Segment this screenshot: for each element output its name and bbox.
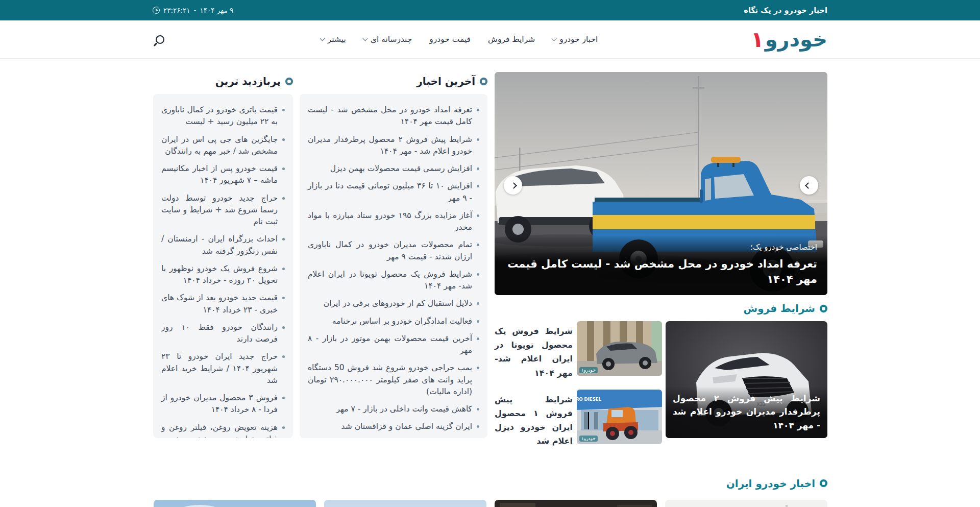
news-text: حراج جدید خودرو توسط دولت رسما شروع شد +…	[161, 192, 278, 228]
nav-item-more[interactable]: بیشتر	[321, 35, 346, 44]
latest-news-title: آخرین اخبار	[416, 75, 475, 87]
ring-bullet-icon	[820, 305, 827, 312]
carousel-next-button[interactable]	[504, 176, 522, 195]
list-item[interactable]: دلایل استقبال کم از خودروهای برقی در ایر…	[308, 298, 479, 309]
topbar: اخبار خودرو در یک نگاه ۹ مهر ۱۴۰۴ - ۲۳:۲…	[0, 0, 980, 20]
bullet-dot-icon	[282, 197, 285, 200]
list-item[interactable]: حراج جدید خودرو توسط دولت رسما شروع شد +…	[161, 192, 285, 228]
bullet-dot-icon	[282, 326, 285, 329]
nav-item-car-prices[interactable]: قیمت خودرو	[429, 35, 471, 44]
search-button[interactable]	[153, 32, 167, 47]
bullet-dot-icon	[282, 268, 285, 270]
list-item[interactable]: قیمت جدید خودرو بعد از شوک های خبری - ۲۳…	[161, 292, 285, 316]
nav-item-car-news[interactable]: اخبار خودرو	[552, 35, 598, 44]
news-text: شرایط پیش فروش ۲ محصول پرطرفدار مدیران خ…	[308, 134, 472, 158]
chevron-down-icon	[320, 36, 325, 41]
nav-item-multimedia[interactable]: چندرسانه ای	[363, 35, 412, 44]
list-item[interactable]: تمام محصولات مدیران خودرو در کمال ناباور…	[308, 239, 479, 263]
iran-news-title: اخبار خودرو ایران	[726, 477, 815, 490]
sales-item[interactable]: IRAN KHODRO DIESEL خودرو۱ شرایط پیش فروش…	[495, 390, 662, 448]
sales-item[interactable]: خودرو۱ شرایط فروش یک محصول تویوتا در ایر…	[495, 321, 662, 380]
bullet-dot-icon	[477, 244, 479, 246]
ring-bullet-icon	[820, 479, 827, 487]
list-item[interactable]: قیمت باتری خودرو در کمال ناباوری به ۲۲ م…	[161, 104, 285, 128]
bullet-dot-icon	[477, 273, 479, 276]
main-content: اختصاصی خودرو یک؛ تعرفه امداد خودرو در م…	[153, 58, 827, 448]
bullet-dot-icon	[282, 167, 285, 170]
news-text: شروع فروش یک خودرو نوظهور با تحویل ۳۰ رو…	[161, 263, 278, 287]
iran-news-cards	[153, 500, 827, 507]
list-item[interactable]: جایگزین های جی پی اس در ایران مشخص شد / …	[161, 134, 285, 158]
carousel-prev-button[interactable]	[800, 176, 818, 195]
list-item[interactable]: آخرین قیمت محصولات بهمن موتور در بازار -…	[308, 333, 479, 357]
sales-item-title: شرایط فروش یک محصول تویوتا در ایران اعلا…	[495, 321, 573, 380]
most-viewed-list: قیمت باتری خودرو در کمال ناباوری به ۲۲ م…	[161, 104, 285, 438]
hero-title: تعرفه امداد خودرو در محل مشخص شد - لیست …	[505, 257, 817, 287]
news-text: رانندگان خودرو فقط ۱۰ روز فرصت دارند	[161, 322, 278, 346]
list-item[interactable]: آغاز مزایده بزرگ ۱۹۵ خودرو ستاد مبارزه ب…	[308, 210, 479, 234]
news-text: کاهش قیمت وانت داخلی در بازار - ۷ مهر	[336, 403, 472, 415]
bullet-dot-icon	[477, 167, 479, 170]
bullet-dot-icon	[477, 425, 479, 428]
logo[interactable]: خودرو ۱	[751, 27, 827, 52]
chevron-right-icon	[805, 182, 812, 189]
list-item[interactable]: هزینه تعویض روغن، فیلتر روغن و فیلتر هوا…	[161, 422, 285, 439]
hero-kicker: اختصاصی خودرو یک؛	[505, 243, 817, 252]
bullet-dot-icon	[282, 109, 285, 111]
list-item[interactable]: بمب حراجی خودرو شروع شد فروش 50 دستگاه پ…	[308, 362, 479, 398]
news-card-crane[interactable]	[154, 500, 316, 507]
latest-news-list: تعرفه امداد خودرو در محل مشخص شد - لیست …	[308, 104, 479, 438]
list-item[interactable]: رانندگان خودرو فقط ۱۰ روز فرصت دارند	[161, 322, 285, 346]
nav-label: اخبار خودرو	[559, 35, 598, 44]
search-icon	[156, 35, 164, 44]
list-item[interactable]: فروش ۳ محصول مدیران خودرو از فردا - ۸ خر…	[161, 392, 285, 416]
list-item[interactable]: احداث بزرگراه ایران - ارمنستان / نفس زنگ…	[161, 233, 285, 257]
most-viewed-box: قیمت باتری خودرو در کمال ناباوری به ۲۲ م…	[153, 94, 293, 438]
news-text: احداث بزرگراه ایران - ارمنستان / نفس زنگ…	[161, 233, 278, 257]
list-item[interactable]: تعرفه امداد خودرو در محل مشخص شد - لیست …	[308, 104, 479, 128]
list-item[interactable]: افزایش رسمی قیمت محصولات بهمن دیزل	[308, 163, 479, 175]
site-header: خودرو ۱ اخبار خودرو شرایط فروش قیمت خودر…	[0, 20, 980, 58]
bullet-dot-icon	[477, 367, 479, 369]
main-nav: اخبار خودرو شرایط فروش قیمت خودرو چندرسا…	[321, 35, 598, 44]
bullet-dot-icon	[477, 408, 479, 411]
news-card-bright-scene[interactable]	[665, 500, 827, 507]
list-item[interactable]: شروع فروش یک خودرو نوظهور با تحویل ۳۰ رو…	[161, 263, 285, 287]
sales-section-title: شرایط فروش	[744, 302, 815, 315]
hero-carousel[interactable]: اختصاصی خودرو یک؛ تعرفه امداد خودرو در م…	[495, 72, 827, 295]
nav-label: شرایط فروش	[488, 35, 535, 44]
news-text: افزایش ۱۰ تا ۳۶ میلیون تومانی قیمت دنا د…	[308, 180, 472, 204]
news-text: تمام محصولات مدیران خودرو در کمال ناباور…	[308, 239, 472, 263]
news-text: فعالیت امدادگران خودرو بر اساس نرخنامه	[332, 316, 472, 327]
news-card-garage-van[interactable]	[495, 500, 657, 507]
clock-icon	[153, 7, 160, 14]
list-item[interactable]: حراج جدید ایران خودرو تا ۲۳ شهریور ۱۴۰۴ …	[161, 351, 285, 387]
nav-label: قیمت خودرو	[429, 35, 471, 44]
nav-item-sale-terms[interactable]: شرایط فروش	[488, 35, 535, 44]
news-card-tower[interactable]	[324, 500, 486, 507]
news-text: شرایط فروش یک محصول تویوتا در ایران اعلا…	[308, 269, 472, 293]
list-item[interactable]: شرایط فروش یک محصول تویوتا در ایران اعلا…	[308, 269, 479, 293]
news-text: قیمت خودرو پس از اخبار مکانیسم ماشه – ۷ …	[161, 163, 278, 187]
most-viewed-section: پربازدید ترین قیمت باتری خودرو در کمال ن…	[153, 58, 293, 438]
logo-mark: ۱	[751, 27, 764, 52]
ring-bullet-icon	[480, 78, 487, 85]
news-text: تعرفه امداد خودرو در محل مشخص شد - لیست …	[308, 104, 472, 128]
latest-news-box: تعرفه امداد خودرو در محل مشخص شد - لیست …	[300, 94, 487, 438]
news-text: جایگزین های جی پی اس در ایران مشخص شد / …	[161, 134, 278, 158]
bullet-dot-icon	[477, 109, 479, 111]
list-item[interactable]: شرایط پیش فروش ۲ محصول پرطرفدار مدیران خ…	[308, 134, 479, 158]
topbar-datetime: ۹ مهر ۱۴۰۴ - ۲۳:۲۶:۲۱	[153, 6, 233, 14]
list-item[interactable]: فعالیت امدادگران خودرو بر اساس نرخنامه	[308, 316, 479, 327]
bullet-dot-icon	[282, 138, 285, 141]
list-item[interactable]: قیمت خودرو پس از اخبار مکانیسم ماشه – ۷ …	[161, 163, 285, 187]
feature-caption: شرایط پیش فروش ۲ محصول پرطرفدار مدیران خ…	[666, 387, 827, 438]
list-item[interactable]: افزایش ۱۰ تا ۳۶ میلیون تومانی قیمت دنا د…	[308, 180, 479, 204]
list-item[interactable]: ایران گزینه اصلی عمان و قزاقستان شد	[308, 421, 479, 432]
nav-label: چندرسانه ای	[371, 35, 412, 44]
image-watermark: خودرو۱	[579, 367, 598, 373]
topbar-title: اخبار خودرو در یک نگاه	[744, 6, 827, 14]
list-item[interactable]: کاهش قیمت وانت داخلی در بازار - ۷ مهر	[308, 403, 479, 415]
iran-news-section: اخبار خودرو ایران	[153, 477, 827, 507]
sales-feature-card[interactable]: X33 شرایط پیش فروش ۲ محصول پرطرفدار مدیر…	[666, 321, 827, 438]
